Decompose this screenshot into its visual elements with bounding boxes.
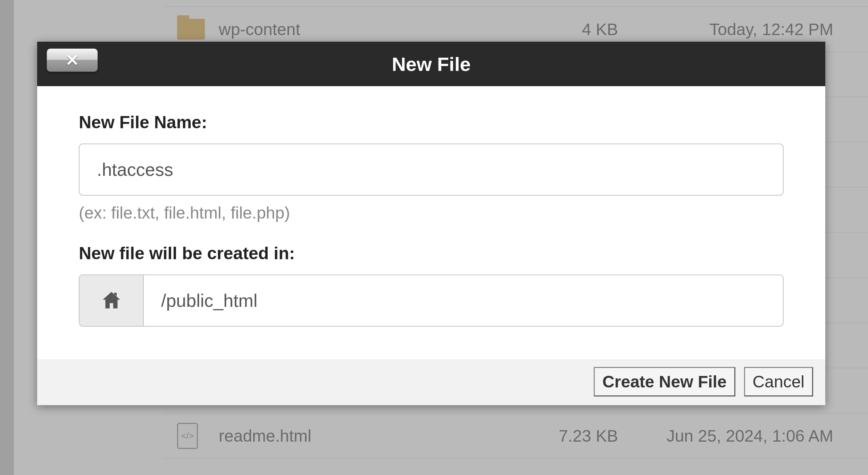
new-file-modal: ✕ New File New File Name: (ex: file.txt,… xyxy=(37,42,825,405)
modal-header: ✕ New File xyxy=(37,42,825,86)
modal-body: New File Name: (ex: file.txt, file.html,… xyxy=(37,86,825,360)
path-input[interactable] xyxy=(144,275,783,326)
close-button[interactable]: ✕ xyxy=(46,48,98,72)
filename-input[interactable] xyxy=(79,144,784,196)
filename-helper-text: (ex: file.txt, file.html, file.php) xyxy=(79,203,784,222)
filename-label: New File Name: xyxy=(79,112,784,132)
cancel-button[interactable]: Cancel xyxy=(744,367,813,396)
create-file-button[interactable]: Create New File xyxy=(594,367,735,396)
location-label: New file will be created in: xyxy=(79,243,784,263)
path-input-group xyxy=(79,275,784,327)
modal-footer: Create New File Cancel xyxy=(37,360,825,405)
home-icon xyxy=(99,290,124,311)
modal-title: New File xyxy=(37,53,825,75)
home-button[interactable] xyxy=(80,275,144,326)
close-icon: ✕ xyxy=(65,50,79,70)
